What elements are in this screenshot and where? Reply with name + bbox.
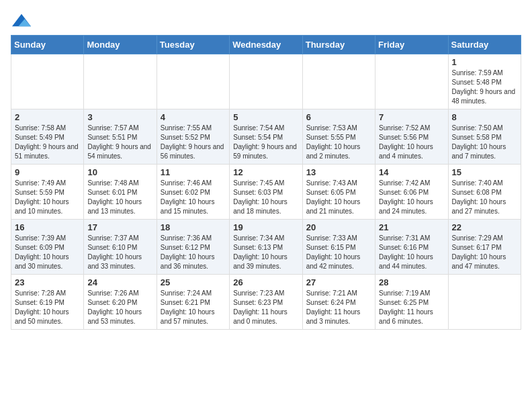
calendar-cell xyxy=(84,54,157,109)
calendar-cell xyxy=(11,54,84,109)
day-info: Sunrise: 7:48 AM Sunset: 6:01 PM Dayligh… xyxy=(87,179,152,216)
calendar-cell: 19Sunrise: 7:34 AM Sunset: 6:13 PM Dayli… xyxy=(230,220,302,275)
calendar-cell: 11Sunrise: 7:46 AM Sunset: 6:02 PM Dayli… xyxy=(157,165,229,220)
calendar-cell: 24Sunrise: 7:26 AM Sunset: 6:20 PM Dayli… xyxy=(84,275,157,330)
calendar-cell: 13Sunrise: 7:43 AM Sunset: 6:05 PM Dayli… xyxy=(302,165,375,220)
day-info: Sunrise: 7:42 AM Sunset: 6:06 PM Dayligh… xyxy=(379,179,444,216)
logo xyxy=(11,11,31,32)
calendar-cell: 12Sunrise: 7:45 AM Sunset: 6:03 PM Dayli… xyxy=(230,165,302,220)
day-number: 22 xyxy=(452,222,517,232)
calendar-table: SundayMondayTuesdayWednesdayThursdayFrid… xyxy=(11,35,521,330)
calendar-cell: 7Sunrise: 7:52 AM Sunset: 5:56 PM Daylig… xyxy=(375,109,448,165)
column-header-sunday: Sunday xyxy=(11,36,84,54)
day-number: 20 xyxy=(306,222,371,232)
day-number: 18 xyxy=(161,222,226,232)
column-header-tuesday: Tuesday xyxy=(157,36,229,54)
calendar-cell: 16Sunrise: 7:39 AM Sunset: 6:09 PM Dayli… xyxy=(11,220,84,275)
calendar-week-2: 2Sunrise: 7:58 AM Sunset: 5:49 PM Daylig… xyxy=(11,109,521,165)
day-info: Sunrise: 7:34 AM Sunset: 6:13 PM Dayligh… xyxy=(233,234,298,271)
column-header-friday: Friday xyxy=(375,36,448,54)
day-info: Sunrise: 7:33 AM Sunset: 6:15 PM Dayligh… xyxy=(306,234,371,271)
day-number: 11 xyxy=(161,167,226,177)
day-info: Sunrise: 7:28 AM Sunset: 6:19 PM Dayligh… xyxy=(15,289,80,326)
calendar-cell: 27Sunrise: 7:21 AM Sunset: 6:24 PM Dayli… xyxy=(302,275,375,330)
day-number: 1 xyxy=(452,57,517,67)
calendar-cell: 5Sunrise: 7:54 AM Sunset: 5:54 PM Daylig… xyxy=(230,109,302,165)
day-number: 28 xyxy=(379,277,444,287)
day-info: Sunrise: 7:50 AM Sunset: 5:58 PM Dayligh… xyxy=(452,124,517,161)
column-header-thursday: Thursday xyxy=(302,36,375,54)
calendar-cell xyxy=(230,54,302,109)
day-info: Sunrise: 7:59 AM Sunset: 5:48 PM Dayligh… xyxy=(452,68,517,106)
day-number: 23 xyxy=(15,277,80,287)
day-info: Sunrise: 7:52 AM Sunset: 5:56 PM Dayligh… xyxy=(379,124,444,161)
day-number: 12 xyxy=(233,167,298,177)
day-number: 25 xyxy=(161,277,226,287)
day-info: Sunrise: 7:53 AM Sunset: 5:55 PM Dayligh… xyxy=(306,124,371,161)
day-info: Sunrise: 7:29 AM Sunset: 6:17 PM Dayligh… xyxy=(452,234,517,271)
day-number: 4 xyxy=(161,112,226,122)
calendar-cell: 14Sunrise: 7:42 AM Sunset: 6:06 PM Dayli… xyxy=(375,165,448,220)
calendar-week-1: 1Sunrise: 7:59 AM Sunset: 5:48 PM Daylig… xyxy=(11,54,521,109)
day-info: Sunrise: 7:58 AM Sunset: 5:49 PM Dayligh… xyxy=(15,124,80,161)
day-info: Sunrise: 7:57 AM Sunset: 5:51 PM Dayligh… xyxy=(87,124,152,161)
day-info: Sunrise: 7:31 AM Sunset: 6:16 PM Dayligh… xyxy=(379,234,444,271)
day-number: 14 xyxy=(379,167,444,177)
day-number: 19 xyxy=(233,222,298,232)
logo-icon xyxy=(12,11,31,30)
calendar-cell: 28Sunrise: 7:19 AM Sunset: 6:25 PM Dayli… xyxy=(375,275,448,330)
column-header-monday: Monday xyxy=(84,36,157,54)
day-info: Sunrise: 7:19 AM Sunset: 6:25 PM Dayligh… xyxy=(379,289,444,326)
day-info: Sunrise: 7:49 AM Sunset: 5:59 PM Dayligh… xyxy=(15,179,80,216)
calendar-cell: 1Sunrise: 7:59 AM Sunset: 5:48 PM Daylig… xyxy=(448,54,521,109)
day-info: Sunrise: 7:37 AM Sunset: 6:10 PM Dayligh… xyxy=(87,234,152,271)
calendar-cell: 25Sunrise: 7:24 AM Sunset: 6:21 PM Dayli… xyxy=(157,275,229,330)
day-number: 26 xyxy=(233,277,298,287)
day-info: Sunrise: 7:43 AM Sunset: 6:05 PM Dayligh… xyxy=(306,179,371,216)
day-number: 3 xyxy=(87,112,152,122)
day-number: 9 xyxy=(15,167,80,177)
column-header-saturday: Saturday xyxy=(448,36,521,54)
calendar-cell: 20Sunrise: 7:33 AM Sunset: 6:15 PM Dayli… xyxy=(302,220,375,275)
day-info: Sunrise: 7:21 AM Sunset: 6:24 PM Dayligh… xyxy=(306,289,371,326)
calendar-cell: 6Sunrise: 7:53 AM Sunset: 5:55 PM Daylig… xyxy=(302,109,375,165)
day-info: Sunrise: 7:23 AM Sunset: 6:23 PM Dayligh… xyxy=(233,289,298,326)
calendar-cell: 18Sunrise: 7:36 AM Sunset: 6:12 PM Dayli… xyxy=(157,220,229,275)
calendar-week-5: 23Sunrise: 7:28 AM Sunset: 6:19 PM Dayli… xyxy=(11,275,521,330)
calendar-cell xyxy=(448,275,521,330)
day-number: 5 xyxy=(233,112,298,122)
calendar-cell xyxy=(375,54,448,109)
calendar-cell: 15Sunrise: 7:40 AM Sunset: 6:08 PM Dayli… xyxy=(448,165,521,220)
day-number: 27 xyxy=(306,277,371,287)
day-number: 16 xyxy=(15,222,80,232)
day-number: 15 xyxy=(452,167,517,177)
day-number: 7 xyxy=(379,112,444,122)
calendar-cell: 10Sunrise: 7:48 AM Sunset: 6:01 PM Dayli… xyxy=(84,165,157,220)
day-number: 2 xyxy=(15,112,80,122)
calendar-cell: 17Sunrise: 7:37 AM Sunset: 6:10 PM Dayli… xyxy=(84,220,157,275)
day-number: 8 xyxy=(452,112,517,122)
calendar-cell: 23Sunrise: 7:28 AM Sunset: 6:19 PM Dayli… xyxy=(11,275,84,330)
day-info: Sunrise: 7:26 AM Sunset: 6:20 PM Dayligh… xyxy=(87,289,152,326)
calendar-cell: 8Sunrise: 7:50 AM Sunset: 5:58 PM Daylig… xyxy=(448,109,521,165)
calendar-cell: 9Sunrise: 7:49 AM Sunset: 5:59 PM Daylig… xyxy=(11,165,84,220)
calendar-cell: 4Sunrise: 7:55 AM Sunset: 5:52 PM Daylig… xyxy=(157,109,229,165)
day-number: 13 xyxy=(306,167,371,177)
day-info: Sunrise: 7:24 AM Sunset: 6:21 PM Dayligh… xyxy=(161,289,226,326)
day-info: Sunrise: 7:46 AM Sunset: 6:02 PM Dayligh… xyxy=(161,179,226,216)
day-info: Sunrise: 7:55 AM Sunset: 5:52 PM Dayligh… xyxy=(161,124,226,161)
day-info: Sunrise: 7:45 AM Sunset: 6:03 PM Dayligh… xyxy=(233,179,298,216)
day-number: 6 xyxy=(306,112,371,122)
calendar-week-4: 16Sunrise: 7:39 AM Sunset: 6:09 PM Dayli… xyxy=(11,220,521,275)
day-number: 17 xyxy=(87,222,152,232)
calendar-cell: 26Sunrise: 7:23 AM Sunset: 6:23 PM Dayli… xyxy=(230,275,302,330)
day-number: 24 xyxy=(87,277,152,287)
calendar-header-row: SundayMondayTuesdayWednesdayThursdayFrid… xyxy=(11,36,521,54)
day-info: Sunrise: 7:36 AM Sunset: 6:12 PM Dayligh… xyxy=(161,234,226,271)
day-number: 10 xyxy=(87,167,152,177)
calendar-cell: 22Sunrise: 7:29 AM Sunset: 6:17 PM Dayli… xyxy=(448,220,521,275)
calendar-cell xyxy=(302,54,375,109)
day-info: Sunrise: 7:54 AM Sunset: 5:54 PM Dayligh… xyxy=(233,124,298,161)
column-header-wednesday: Wednesday xyxy=(230,36,302,54)
calendar-cell: 2Sunrise: 7:58 AM Sunset: 5:49 PM Daylig… xyxy=(11,109,84,165)
